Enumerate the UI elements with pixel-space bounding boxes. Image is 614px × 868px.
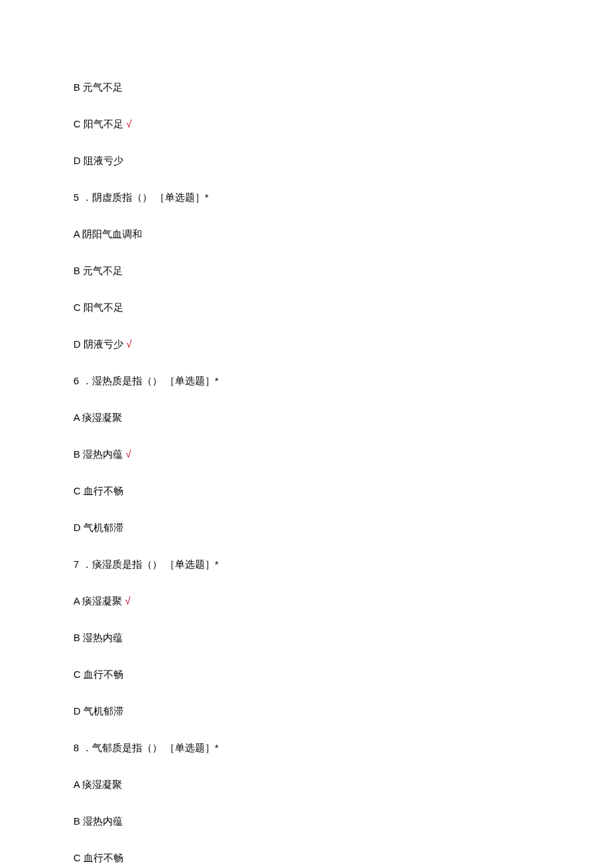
text-line: B 元气不足 [73, 80, 541, 94]
line-text: C 血行不畅 [73, 852, 123, 863]
text-line: D 气机郁滞 [73, 704, 541, 718]
text-line: B 湿热内蕴 [73, 630, 541, 644]
text-line: B 湿热内蕴 [73, 814, 541, 828]
line-text: B 湿热内蕴 [73, 815, 123, 827]
line-text: C 阳气不足 [73, 302, 123, 313]
line-text: 8 ．气郁质是指（） ［单选题］* [73, 742, 219, 753]
line-text: A 痰湿凝聚 [73, 412, 122, 423]
line-text: A 阴阳气血调和 [73, 228, 142, 240]
text-line: D 阻液亏少 [73, 153, 541, 167]
line-text: 6 ．湿热质是指（） ［单选题］* [73, 375, 219, 386]
line-text: 7 ．痰湿质是指（） ［单选题］* [73, 558, 219, 570]
line-text: D 阴液亏少 [73, 338, 123, 350]
text-line: C 血行不畅 [73, 851, 541, 865]
line-text: B 元气不足 [73, 265, 123, 276]
text-line: C 阳气不足√ [73, 117, 541, 131]
text-line: A 痰湿凝聚√ [73, 594, 541, 608]
text-line: B 元气不足 [73, 264, 541, 278]
text-line: A 阴阳气血调和 [73, 227, 541, 241]
line-text: C 血行不畅 [73, 669, 123, 680]
text-line: D 阴液亏少√ [73, 337, 541, 351]
checkmark-icon: √ [126, 338, 131, 350]
line-text: C 阳气不足 [73, 118, 123, 129]
text-line: 5 ．阴虚质指（） ［单选题］* [73, 190, 541, 204]
line-text: D 气机郁滞 [73, 705, 123, 717]
checkmark-icon: √ [126, 118, 131, 129]
line-text: B 元气不足 [73, 81, 123, 93]
line-text: B 湿热内蕴 [73, 632, 123, 643]
text-line: 8 ．气郁质是指（） ［单选题］* [73, 741, 541, 755]
text-line: C 血行不畅 [73, 484, 541, 498]
checkmark-icon: √ [125, 448, 131, 460]
text-line: C 血行不畅 [73, 667, 541, 681]
checkmark-icon: √ [125, 595, 130, 606]
text-line: 7 ．痰湿质是指（） ［单选题］* [73, 557, 541, 571]
line-text: A 痰湿凝聚 [73, 595, 122, 606]
line-text: D 阻液亏少 [73, 155, 123, 166]
text-line: C 阳气不足 [73, 300, 541, 314]
text-line: A 痰湿凝聚 [73, 777, 541, 791]
text-line: B 湿热内蕴√ [73, 447, 541, 461]
line-text: B 湿热内蕴 [73, 448, 123, 460]
text-line: 6 ．湿热质是指（） ［单选题］* [73, 374, 541, 388]
line-text: C 血行不畅 [73, 485, 123, 496]
document-page: B 元气不足C 阳气不足√D 阻液亏少5 ．阴虚质指（） ［单选题］*A 阴阳气… [0, 0, 614, 868]
line-text: 5 ．阴虚质指（） ［单选题］* [73, 191, 209, 203]
line-text: D 气机郁滞 [73, 522, 123, 533]
line-text: A 痰湿凝聚 [73, 779, 122, 790]
text-line: D 气机郁滞 [73, 520, 541, 534]
text-line: A 痰湿凝聚 [73, 410, 541, 424]
